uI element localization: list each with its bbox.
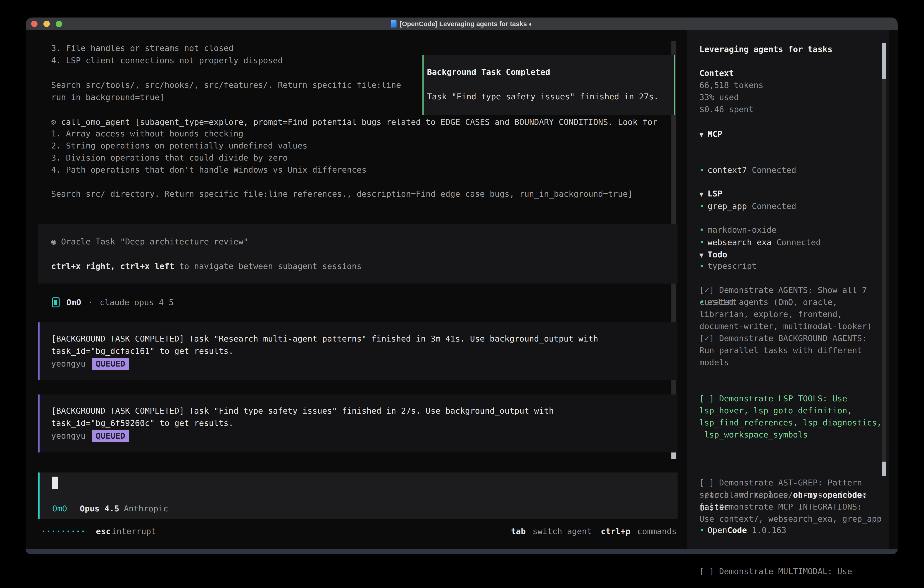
agent-icon xyxy=(52,297,59,307)
todo-section-header[interactable]: ▼Todo xyxy=(700,249,727,261)
session-title: Leveraging agents for tasks xyxy=(700,43,832,55)
opencode-window: [OpenCode] Leveraging agents for tasks ◐… xyxy=(26,18,898,554)
todo-list: [✓] Demonstrate AGENTS: Show all 7 curat… xyxy=(700,260,884,588)
bullet-icon: • xyxy=(700,225,705,235)
workspace-path: ~/local-workspaces/oh-my-opencode:master xyxy=(700,489,884,513)
app-version-footer: •OpenCode 1.0.163 xyxy=(700,524,787,536)
task-message: [BACKGROUND TASK COMPLETED] Task "Resear… xyxy=(38,322,678,380)
record-icon: ◉ xyxy=(51,237,56,246)
statusbar: ········· esc interrupt tab switch agent… xyxy=(41,525,676,537)
subagent-nav-hint: ctrl+x right, ctrl+x left to navigate be… xyxy=(51,260,678,273)
bullet-icon: • xyxy=(700,165,705,175)
task-message-line1: [BACKGROUND TASK COMPLETED] Task "Resear… xyxy=(51,333,678,345)
oracle-task-panel[interactable]: ◉ Oracle Task "Deep architecture review"… xyxy=(38,225,678,284)
toast-body: Task "Find type safety issues" finished … xyxy=(427,91,674,103)
sidebar-scrollbar-end-cap xyxy=(882,462,886,476)
sidebar-scrollbar-track[interactable] xyxy=(882,43,886,476)
bullet-icon: • xyxy=(700,525,705,535)
window-bottom-edge xyxy=(26,549,898,554)
status-badge: QUEUED xyxy=(92,358,129,370)
sidebar-scrollbar-thumb[interactable] xyxy=(882,43,886,79)
toast-title: Background Task Completed xyxy=(427,66,674,78)
prompt-input[interactable]: OmO Opus 4.5 Anthropic xyxy=(38,472,678,519)
task-message: [BACKGROUND TASK COMPLETED] Task "Find t… xyxy=(38,395,678,453)
esc-key-hint: esc xyxy=(96,527,111,536)
task-author: yeongyu xyxy=(51,359,86,368)
ctrlp-key-label: commands xyxy=(637,525,676,537)
mcp-item: •context7 Connected xyxy=(700,164,821,176)
input-model-name: Opus 4.5 xyxy=(80,502,119,515)
titlebar-center: [OpenCode] Leveraging agents for tasks ◐ xyxy=(26,18,898,30)
task-message-line2: task_id="bg_6f59260c" to get results. xyxy=(51,417,678,429)
git-branch: master xyxy=(700,502,729,512)
todo-item-done: [✓] Demonstrate AGENTS: Show all 7 curat… xyxy=(700,284,884,368)
model-info-row: OmO Opus 4.5 Anthropic xyxy=(52,502,168,515)
tool-call-header: ⚙ call_omo_agent [subagent_type=explore,… xyxy=(51,116,679,128)
context-stats: 66,518 tokens 33% used $0.46 spent xyxy=(700,79,764,115)
task-author: yeongyu xyxy=(51,431,86,441)
esc-key-label: interrupt xyxy=(112,527,156,536)
agent-model: claude-opus-4-5 xyxy=(100,296,174,309)
document-icon xyxy=(391,20,396,28)
tab-key-label: switch agent xyxy=(533,525,592,537)
chevron-down-icon: ▼ xyxy=(700,190,703,198)
input-agent-name: OmO xyxy=(52,502,67,515)
sidebar: Leveraging agents for tasks Context 66,5… xyxy=(687,30,889,549)
lsp-section-header[interactable]: ▼LSP xyxy=(700,188,722,200)
agent-header: OmO · claude-opus-4-5 xyxy=(52,296,174,309)
chevron-down-icon: ▼ xyxy=(700,130,703,139)
version-number: 1.0.163 xyxy=(752,525,787,535)
todo-item-active: [ ] Demonstrate LSP TOOLS: Use lsp_hover… xyxy=(700,393,884,441)
input-provider-name: Anthropic xyxy=(124,502,168,515)
ctrlp-key-hint: ctrl+p xyxy=(601,525,630,537)
tool-call-first-line: call_omo_agent [subagent_type=explore, p… xyxy=(61,117,657,127)
tool-call-body: 1. Array access without bounds checking … xyxy=(51,127,679,200)
window-title: [OpenCode] Leveraging agents for tasks ◐ xyxy=(400,20,533,28)
tab-key-hint: tab xyxy=(511,525,526,537)
spinner-dots-icon: ········· xyxy=(41,525,86,537)
status-badge: QUEUED xyxy=(92,430,129,442)
context-heading: Context xyxy=(700,67,734,79)
oracle-task-title: ◉ Oracle Task "Deep architecture review" xyxy=(51,236,678,248)
background-task-toast: Background Task Completed Task "Find typ… xyxy=(422,55,675,115)
chevron-down-icon: ▼ xyxy=(700,251,703,259)
titlebar[interactable]: [OpenCode] Leveraging agents for tasks ◐ xyxy=(26,18,898,30)
todo-item-pending: [ ] Demonstrate MULTIMODAL: Use xyxy=(700,565,884,577)
gear-icon: ⚙ xyxy=(51,117,56,127)
task-message-line1: [BACKGROUND TASK COMPLETED] Task "Find t… xyxy=(51,405,678,417)
agent-name: OmO xyxy=(66,296,81,309)
task-message-line2: task_id="bg_dcfac161" to get results. xyxy=(51,345,678,357)
separator-dot: · xyxy=(88,296,93,309)
text-cursor xyxy=(52,477,58,489)
mcp-section-header[interactable]: ▼MCP xyxy=(700,128,722,140)
lsp-item: •markdown-oxide xyxy=(700,224,776,236)
